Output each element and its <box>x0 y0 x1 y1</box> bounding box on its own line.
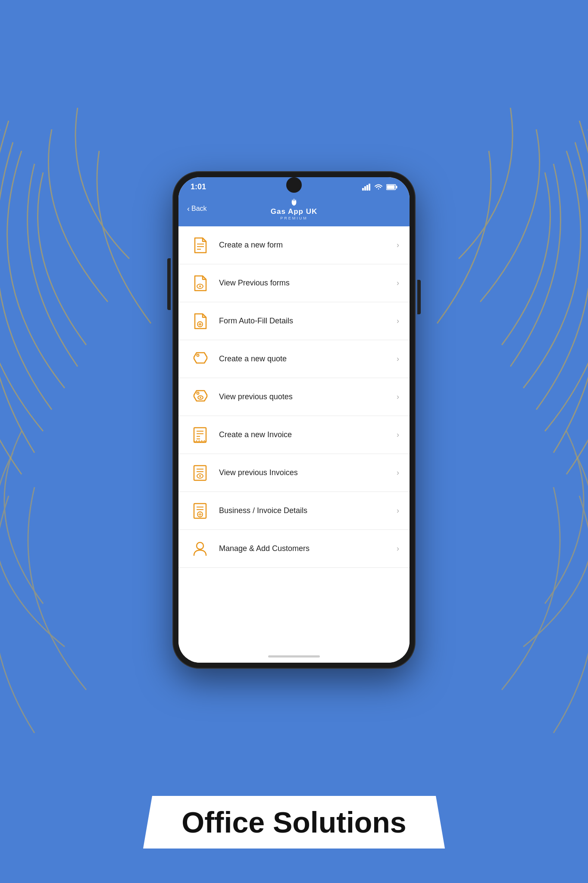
back-label: Back <box>191 205 207 213</box>
business-details-icon <box>189 499 211 522</box>
manage-customers-label: Manage & Add Customers <box>219 544 397 553</box>
svg-rect-6 <box>396 186 397 188</box>
svg-point-11 <box>199 285 201 287</box>
camera-notch <box>286 177 302 193</box>
form-autofill-icon <box>189 310 211 332</box>
menu-item-view-quotes[interactable]: View previous quotes › <box>178 378 410 416</box>
view-invoices-chevron: › <box>397 468 399 477</box>
banner-text: Office Solutions <box>165 805 423 839</box>
phone-screen: 1:01 <box>178 177 410 663</box>
menu-item-create-quote[interactable]: Create a new quote › <box>178 340 410 378</box>
view-invoices-label: View previous Invoices <box>219 468 397 477</box>
menu-item-view-invoices[interactable]: View previous Invoices › <box>178 454 410 492</box>
svg-point-14 <box>197 354 199 357</box>
create-form-chevron: › <box>397 241 399 250</box>
form-autofill-label: Form Auto-Fill Details <box>219 316 397 326</box>
banner-shape: Office Solutions <box>143 796 445 849</box>
status-time: 1:01 <box>191 182 206 191</box>
menu-item-create-form[interactable]: Create a new form › <box>178 226 410 264</box>
flame-icon <box>289 197 299 208</box>
svg-rect-5 <box>387 185 395 189</box>
manage-customers-icon <box>189 537 211 560</box>
menu-item-view-forms[interactable]: View Previous forms › <box>178 264 410 302</box>
svg-rect-2 <box>366 185 368 191</box>
svg-rect-1 <box>364 186 366 191</box>
create-form-icon <box>189 234 211 256</box>
logo-sub-text: PREMIUM <box>280 216 308 220</box>
menu-item-create-invoice[interactable]: Create a new Invoice › <box>178 416 410 454</box>
back-button[interactable]: ‹ Back <box>187 204 207 213</box>
battery-icon <box>386 184 397 191</box>
create-invoice-label: Create a new Invoice <box>219 430 397 439</box>
view-forms-chevron: › <box>397 279 399 288</box>
nav-bar: ‹ Back Gas App UK PREMIUM <box>178 194 410 226</box>
back-chevron-icon: ‹ <box>187 204 190 213</box>
view-quotes-chevron: › <box>397 392 399 401</box>
phone-shell: 1:01 <box>173 172 415 668</box>
svg-point-17 <box>200 397 201 398</box>
create-invoice-icon <box>189 423 211 446</box>
svg-rect-0 <box>362 188 364 191</box>
view-forms-label: View Previous forms <box>219 279 397 288</box>
bottom-banner: Office Solutions <box>143 796 445 849</box>
view-forms-icon <box>189 272 211 294</box>
create-quote-label: Create a new quote <box>219 354 397 363</box>
create-quote-chevron: › <box>397 354 399 363</box>
home-indicator <box>268 655 320 658</box>
logo-main-text: Gas App UK <box>271 208 318 216</box>
svg-rect-3 <box>369 184 370 191</box>
form-autofill-chevron: › <box>397 316 399 326</box>
app-logo: Gas App UK PREMIUM <box>271 197 318 220</box>
create-form-label: Create a new form <box>219 241 397 250</box>
business-details-chevron: › <box>397 506 399 515</box>
status-icons <box>362 184 397 191</box>
menu-item-form-autofill[interactable]: Form Auto-Fill Details › <box>178 302 410 340</box>
view-quotes-icon <box>189 385 211 408</box>
svg-point-32 <box>199 514 201 515</box>
wifi-icon <box>374 184 383 191</box>
view-invoices-icon <box>189 461 211 484</box>
signal-icon <box>362 184 371 191</box>
svg-point-15 <box>197 392 199 395</box>
menu-item-business-details[interactable]: Business / Invoice Details › <box>178 492 410 530</box>
menu-item-manage-customers[interactable]: Manage & Add Customers › <box>178 530 410 568</box>
menu-list: Create a new form › View Previous forms … <box>178 226 410 653</box>
create-quote-icon <box>189 348 211 370</box>
svg-point-27 <box>199 475 201 477</box>
business-details-label: Business / Invoice Details <box>219 506 397 515</box>
create-invoice-chevron: › <box>397 430 399 439</box>
manage-customers-chevron: › <box>397 544 399 553</box>
svg-point-33 <box>197 542 203 549</box>
svg-point-13 <box>199 323 201 325</box>
view-quotes-label: View previous quotes <box>219 392 397 401</box>
svg-rect-18 <box>194 428 206 442</box>
